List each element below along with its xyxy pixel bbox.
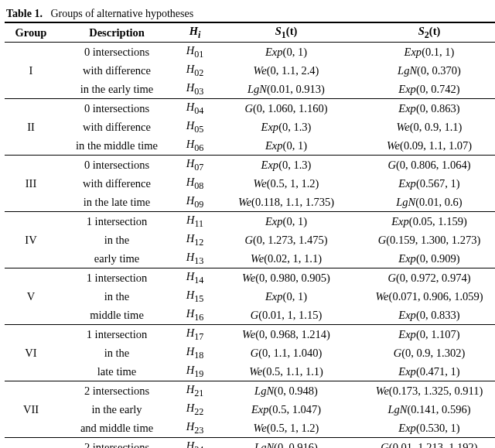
s1-value: We(0, 1.1, 2.4) <box>213 61 359 80</box>
col-header-description: Description <box>57 22 176 42</box>
group-label-empty <box>5 80 57 98</box>
s1-value: We(0.5, 1, 1.2) <box>213 174 359 193</box>
hypothesis-id: H04 <box>176 98 213 117</box>
table-row: late timeH19We(0.5, 1.1, 1.1)Exp(0.471, … <box>5 362 495 381</box>
s2-value: LgN(0.141, 0.596) <box>359 400 495 419</box>
s2-value: LgN(0.01, 0.6) <box>359 193 495 211</box>
description-line: 1 intersection <box>57 211 176 230</box>
hypothesis-id: H18 <box>176 344 213 362</box>
hypothesis-id: H06 <box>176 136 213 155</box>
description-line: late time <box>57 362 176 381</box>
description-line: 0 intersections <box>57 42 176 60</box>
description-line: in the <box>57 231 176 249</box>
table-row: IIIwith differenceH08We(0.5, 1, 1.2)Exp(… <box>5 174 495 193</box>
hi-sub: i <box>198 29 200 40</box>
hi-letter: H <box>189 25 198 37</box>
hypothesis-id: H09 <box>176 193 213 211</box>
table-row: VIIin the earlyH22Exp(0.5, 1.047)LgN(0.1… <box>5 400 495 419</box>
group-label: VII <box>5 400 57 419</box>
table-label: Table 1. <box>6 8 43 19</box>
hypothesis-id: H17 <box>176 324 213 343</box>
s1-value: LgN(0.01, 0.913) <box>213 80 359 98</box>
group-label: V <box>5 287 57 306</box>
group-label-empty <box>5 211 57 230</box>
s2-letter: S <box>418 25 425 37</box>
table-row: 1 intersectionH14We(0, 0.980, 0.905)G(0,… <box>5 268 495 286</box>
table-row: early timeH13We(0.02, 1, 1.1)Exp(0, 0.90… <box>5 249 495 268</box>
s2-value: G(0, 0.972, 0.974) <box>359 268 495 286</box>
group-label-empty <box>5 381 57 399</box>
s1-value: LgN(0, 0.948) <box>213 381 359 399</box>
table-row: Vin theH15Exp(0, 1)We(0.071, 0.906, 1.05… <box>5 287 495 306</box>
table-row: IVin theH12G(0, 1.273, 1.475)G(0.159, 1.… <box>5 231 495 249</box>
table-row: 0 intersectionsH04G(0, 1.060, 1.160)Exp(… <box>5 98 495 117</box>
s1-letter: S <box>275 25 282 37</box>
s2-value: We(0.173, 1.325, 0.911) <box>359 381 495 399</box>
s2-value: Exp(0.567, 1) <box>359 174 495 193</box>
description-line: middle time <box>57 306 176 324</box>
s2-value: G(0.01, 1.213, 1.192) <box>359 437 495 448</box>
hypotheses-table: Group Description Hi S1(t) S2(t) 0 inter… <box>5 22 495 448</box>
table-row: and middle timeH23We(0.5, 1, 1.2)Exp(0.5… <box>5 419 495 437</box>
hypothesis-id: H24 <box>176 437 213 448</box>
description-line: 1 intersection <box>57 268 176 286</box>
s2-value: Exp(0, 0.833) <box>359 306 495 324</box>
description-line: in the <box>57 344 176 362</box>
group-label-empty <box>5 419 57 437</box>
s1-value: Exp(0, 1) <box>213 287 359 306</box>
group-label-empty <box>5 136 57 155</box>
hypothesis-id: H14 <box>176 268 213 286</box>
table-row: 0 intersectionsH07Exp(0, 1.3)G(0, 0.806,… <box>5 155 495 173</box>
description-line: with difference <box>57 61 176 80</box>
group-label: VI <box>5 344 57 362</box>
s2-value: Exp(0.05, 1.159) <box>359 211 495 230</box>
s2-value: Exp(0, 0.742) <box>359 80 495 98</box>
s2-value: We(0.071, 0.906, 1.059) <box>359 287 495 306</box>
s2-value: Exp(0, 1.107) <box>359 324 495 343</box>
description-line: in the early <box>57 400 176 419</box>
s2-value: We(0, 0.9, 1.1) <box>359 118 495 136</box>
s2-value: Exp(0.1, 1) <box>359 42 495 60</box>
hypothesis-id: H11 <box>176 211 213 230</box>
table-row: 1 intersectionH11Exp(0, 1)Exp(0.05, 1.15… <box>5 211 495 230</box>
hypothesis-id: H22 <box>176 400 213 419</box>
s1-value: We(0.02, 1, 1.1) <box>213 249 359 268</box>
description-line: with difference <box>57 174 176 193</box>
s1-value: Exp(0, 1) <box>213 42 359 60</box>
description-line: 2 intersections <box>57 437 176 448</box>
s2-arg: (t) <box>429 25 441 37</box>
s1-value: We(0, 0.968, 1.214) <box>213 324 359 343</box>
group-label-empty <box>5 249 57 268</box>
group-label: II <box>5 118 57 136</box>
col-header-s2: S2(t) <box>359 22 495 42</box>
s1-value: G(0, 1.1, 1.040) <box>213 344 359 362</box>
table-row: 1 intersectionH17We(0, 0.968, 1.214)Exp(… <box>5 324 495 343</box>
col-header-group: Group <box>5 22 57 42</box>
s1-value: G(0.01, 1, 1.15) <box>213 306 359 324</box>
table-row: in the late timeH09We(0.118, 1.1, 1.735)… <box>5 193 495 211</box>
s1-value: G(0, 1.273, 1.475) <box>213 231 359 249</box>
col-header-s1: S1(t) <box>213 22 359 42</box>
s2-value: Exp(0.530, 1) <box>359 419 495 437</box>
group-label: III <box>5 174 57 193</box>
s1-value: G(0, 1.060, 1.160) <box>213 98 359 117</box>
s1-value: Exp(0, 1.3) <box>213 155 359 173</box>
hypothesis-id: H07 <box>176 155 213 173</box>
table-row: VIin theH18G(0, 1.1, 1.040)G(0, 0.9, 1.3… <box>5 344 495 362</box>
group-label: IV <box>5 231 57 249</box>
s2-value: G(0, 0.9, 1.302) <box>359 344 495 362</box>
s2-value: G(0.159, 1.300, 1.273) <box>359 231 495 249</box>
table-row: Iwith differenceH02We(0, 1.1, 2.4)LgN(0,… <box>5 61 495 80</box>
group-label-empty <box>5 268 57 286</box>
group-label-empty <box>5 362 57 381</box>
group-label: I <box>5 61 57 80</box>
page: Table 1. Groups of alternative hypothese… <box>0 0 495 448</box>
table-row: IIwith differenceH05Exp(0, 1.3)We(0, 0.9… <box>5 118 495 136</box>
s1-value: Exp(0, 1) <box>213 136 359 155</box>
col-header-hi: Hi <box>176 22 213 42</box>
hypothesis-id: H12 <box>176 231 213 249</box>
s2-value: Exp(0, 0.863) <box>359 98 495 117</box>
s1-arg: (t) <box>286 25 298 37</box>
hypothesis-id: H19 <box>176 362 213 381</box>
s1-value: LgN(0, 0.916) <box>213 437 359 448</box>
